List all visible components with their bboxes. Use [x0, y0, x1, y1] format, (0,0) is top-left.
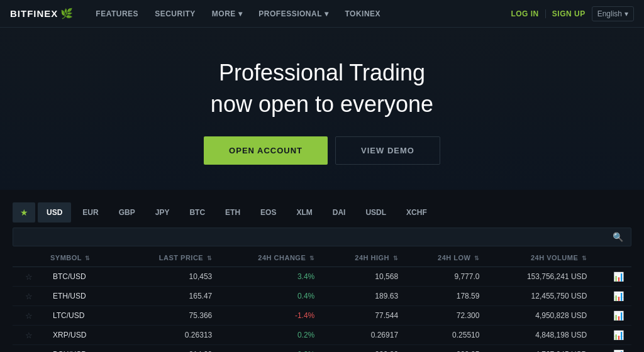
nav-security[interactable]: SECURITY — [147, 0, 203, 28]
login-button[interactable]: LOG IN — [511, 9, 538, 18]
search-icon: 🔍 — [613, 232, 623, 242]
cell-chart[interactable]: 📊 — [594, 306, 631, 326]
chevron-down-icon: ▾ — [325, 9, 329, 18]
sort-icon: ⇅ — [474, 255, 480, 261]
favorite-star[interactable]: ☆ — [13, 345, 45, 352]
cell-volume: 4,767,045 USD — [487, 345, 594, 352]
col-chart — [594, 249, 631, 267]
cell-low: 0.25510 — [406, 326, 487, 345]
cell-high: 189.63 — [322, 287, 406, 306]
table-row: ☆ ETH/USD 165.47 0.4% 189.63 178.59 12,4… — [13, 287, 631, 306]
nav-links: FEATURES SECURITY MORE ▾ PROFESSIONAL ▾ … — [88, 0, 511, 28]
col-symbol[interactable]: SYMBOL ⇅ — [45, 249, 122, 267]
cell-high: 0.26917 — [322, 326, 406, 345]
nav-tokinex[interactable]: TOKINEX — [338, 0, 389, 28]
cell-low: 72.300 — [406, 306, 487, 326]
chevron-down-icon: ▾ — [625, 9, 628, 18]
sort-icon: ⇅ — [393, 255, 399, 261]
col-24h-volume[interactable]: 24H VOLUME ⇅ — [487, 249, 594, 267]
tab-btc[interactable]: BTC — [180, 202, 214, 223]
logo-leaf-icon: 🌿 — [60, 8, 73, 19]
favorite-star[interactable]: ☆ — [13, 306, 45, 326]
cell-change: 0.2% — [219, 326, 322, 345]
market-table: SYMBOL ⇅ LAST PRICE ⇅ 24H CHANGE ⇅ 24H H… — [13, 249, 631, 352]
col-last-price[interactable]: LAST PRICE ⇅ — [122, 249, 219, 267]
cell-last-price: 314.23 — [122, 345, 219, 352]
col-24h-low[interactable]: 24H LOW ⇅ — [406, 249, 487, 267]
cell-symbol[interactable]: BTC/USD — [45, 267, 122, 287]
tab-jpy[interactable]: JPY — [147, 202, 179, 223]
chevron-down-icon: ▾ — [238, 9, 243, 18]
cell-high: 77.544 — [322, 306, 406, 326]
nav-more[interactable]: MORE ▾ — [204, 0, 250, 28]
cell-chart[interactable]: 📊 — [594, 345, 631, 352]
cell-last-price: 165.47 — [122, 287, 219, 306]
favorite-star[interactable]: ☆ — [13, 267, 45, 287]
table-header-row: SYMBOL ⇅ LAST PRICE ⇅ 24H CHANGE ⇅ 24H H… — [13, 249, 631, 267]
cell-volume: 153,756,241 USD — [487, 267, 594, 287]
cell-low: 298.95 — [406, 345, 487, 352]
cell-symbol[interactable]: BCH/USD — [45, 345, 122, 352]
hero-section: Professional Trading now open to everyon… — [0, 28, 644, 190]
favorite-star[interactable]: ☆ — [13, 326, 45, 345]
nav-professional[interactable]: PROFESSIONAL ▾ — [251, 0, 336, 28]
tab-eth[interactable]: ETH — [216, 202, 249, 223]
sort-icon: ⇅ — [85, 255, 91, 261]
cell-volume: 4,950,828 USD — [487, 306, 594, 326]
cell-high: 10,568 — [322, 267, 406, 287]
sort-icon: ⇅ — [309, 255, 315, 261]
cell-last-price: 10,453 — [122, 267, 219, 287]
cell-last-price: 75.366 — [122, 306, 219, 326]
navbar: BITFINEX 🌿 FEATURES SECURITY MORE ▾ PROF… — [0, 0, 644, 28]
tab-dai[interactable]: DAI — [324, 202, 355, 223]
cell-low: 9,777.0 — [406, 267, 487, 287]
tab-favorites[interactable]: ★ — [13, 202, 35, 223]
cell-high: 322.83 — [322, 345, 406, 352]
open-account-button[interactable]: OPEN ACCOUNT — [204, 136, 328, 165]
cell-chart[interactable]: 📊 — [594, 287, 631, 306]
cell-change: 0.3% — [219, 345, 322, 352]
cell-change: 3.4% — [219, 267, 322, 287]
hero-subtitle: now open to everyone — [13, 91, 631, 118]
cell-change: 0.4% — [219, 287, 322, 306]
logo[interactable]: BITFINEX 🌿 — [10, 8, 73, 19]
sort-icon: ⇅ — [582, 255, 587, 261]
cell-low: 178.59 — [406, 287, 487, 306]
sort-icon: ⇅ — [207, 255, 213, 261]
tab-xchf[interactable]: XCHF — [397, 202, 436, 223]
cell-volume: 12,455,750 USD — [487, 287, 594, 306]
tab-eos[interactable]: EOS — [252, 202, 285, 223]
table-row: ☆ BCH/USD 314.23 0.3% 322.83 298.95 4,76… — [13, 345, 631, 352]
cell-volume: 4,848,198 USD — [487, 326, 594, 345]
cell-symbol[interactable]: ETH/USD — [45, 287, 122, 306]
col-star — [13, 249, 45, 267]
table-row: ☆ BTC/USD 10,453 3.4% 10,568 9,777.0 153… — [13, 267, 631, 287]
logo-text: BITFINEX — [10, 8, 58, 19]
table-row: ☆ XRP/USD 0.26313 0.2% 0.26917 0.25510 4… — [13, 326, 631, 345]
col-24h-high[interactable]: 24H HIGH ⇅ — [322, 249, 406, 267]
tab-usd[interactable]: USD — [38, 202, 71, 223]
search-bar: 🔍 — [13, 228, 631, 246]
view-demo-button[interactable]: VIEW DEMO — [335, 136, 440, 165]
currency-tabs: ★ USD EUR GBP JPY BTC ETH EOS XLM DAI US… — [13, 202, 631, 223]
table-row: ☆ LTC/USD 75.366 -1.4% 77.544 72.300 4,9… — [13, 306, 631, 326]
nav-right: LOG IN SIGN UP English ▾ — [511, 6, 634, 21]
cell-symbol[interactable]: XRP/USD — [45, 326, 122, 345]
favorite-star[interactable]: ☆ — [13, 287, 45, 306]
cell-symbol[interactable]: LTC/USD — [45, 306, 122, 326]
cell-chart[interactable]: 📊 — [594, 326, 631, 345]
hero-buttons: OPEN ACCOUNT VIEW DEMO — [13, 136, 631, 165]
tab-gbp[interactable]: GBP — [110, 202, 144, 223]
hero-title: Professional Trading — [13, 59, 631, 86]
tab-usdl[interactable]: USDL — [357, 202, 395, 223]
cell-last-price: 0.26313 — [122, 326, 219, 345]
signup-button[interactable]: SIGN UP — [545, 9, 586, 18]
cell-change: -1.4% — [219, 306, 322, 326]
col-24h-change[interactable]: 24H CHANGE ⇅ — [219, 249, 322, 267]
tab-xlm[interactable]: XLM — [287, 202, 321, 223]
market-section: ★ USD EUR GBP JPY BTC ETH EOS XLM DAI US… — [0, 190, 644, 352]
tab-eur[interactable]: EUR — [74, 202, 107, 223]
nav-features[interactable]: FEATURES — [88, 0, 146, 28]
language-selector[interactable]: English ▾ — [592, 6, 634, 21]
cell-chart[interactable]: 📊 — [594, 267, 631, 287]
